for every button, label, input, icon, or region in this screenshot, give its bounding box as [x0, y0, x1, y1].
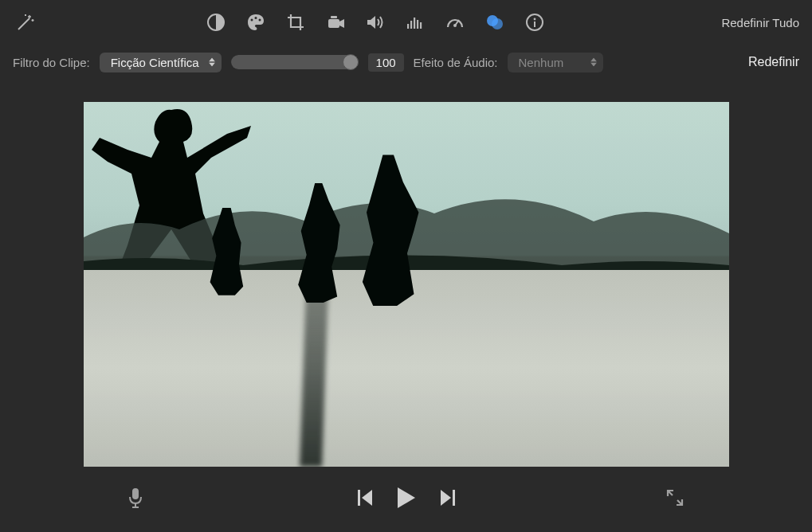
svg-rect-4 [328, 19, 339, 28]
svg-rect-10 [420, 22, 422, 29]
magic-wand-icon [15, 12, 36, 33]
previous-frame-icon [358, 490, 372, 506]
fullscreen-icon [665, 488, 685, 507]
intensity-slider[interactable] [231, 55, 359, 69]
contrast-icon [206, 13, 226, 32]
svg-rect-8 [414, 18, 415, 29]
svg-point-2 [255, 17, 257, 19]
enhance-wand-button[interactable] [13, 10, 38, 35]
svg-point-1 [251, 19, 253, 22]
color-palette-button[interactable] [244, 10, 268, 34]
video-preview[interactable] [84, 102, 729, 467]
chevron-updown-icon [209, 58, 215, 67]
clip-filter-label: Filtro do Clipe: [13, 56, 90, 69]
audio-effect-dropdown[interactable]: Nenhum [508, 53, 603, 72]
intensity-value-field[interactable]: 100 [368, 53, 404, 72]
svg-rect-7 [410, 21, 412, 29]
clip-filter-value: Ficção Científica [111, 56, 199, 69]
next-frame-button[interactable] [441, 490, 455, 509]
audio-effect-label: Efeito de Áudio: [414, 56, 498, 69]
top-toolbar: Redefinir Tudo [0, 0, 812, 45]
playback-bar [0, 476, 812, 522]
play-button[interactable] [398, 487, 415, 511]
volume-icon [365, 13, 386, 32]
voiceover-mic-button[interactable] [127, 487, 143, 511]
clip-filter-button[interactable] [483, 10, 507, 34]
svg-rect-19 [358, 490, 360, 506]
filters-icon [484, 13, 505, 32]
fullscreen-button[interactable] [665, 488, 685, 510]
clip-filter-dropdown[interactable]: Ficção Científica [100, 53, 222, 72]
transport-controls [358, 487, 455, 511]
equalizer-icon [406, 13, 425, 32]
info-icon [525, 13, 544, 32]
camera-icon [325, 13, 346, 32]
volume-button[interactable] [363, 10, 387, 34]
svg-rect-20 [453, 490, 455, 506]
tool-icon-group [204, 10, 547, 34]
palette-icon [245, 12, 266, 33]
next-frame-icon [441, 490, 455, 506]
crop-icon [286, 13, 305, 32]
reset-all-button[interactable]: Redefinir Tudo [721, 16, 799, 29]
reset-button[interactable]: Redefinir [748, 55, 799, 69]
svg-rect-6 [407, 24, 409, 29]
svg-rect-5 [331, 16, 337, 18]
chevron-updown-icon [590, 58, 597, 67]
previous-frame-button[interactable] [358, 490, 372, 509]
info-button[interactable] [523, 10, 547, 34]
svg-rect-9 [417, 20, 418, 29]
filter-controls-row: Filtro do Clipe: Ficção Científica 100 E… [0, 45, 812, 80]
slider-fill [231, 55, 359, 69]
contrast-button[interactable] [204, 10, 228, 34]
svg-rect-16 [534, 22, 535, 27]
skid-mark [300, 289, 328, 467]
viewer-area [0, 80, 812, 467]
svg-point-3 [259, 19, 261, 22]
gauge-icon [445, 13, 465, 32]
play-icon [398, 487, 415, 508]
crop-button[interactable] [284, 10, 308, 34]
equalizer-button[interactable] [403, 10, 427, 34]
slider-knob[interactable] [343, 54, 359, 70]
svg-point-15 [534, 18, 536, 21]
audio-effect-value: Nenhum [519, 56, 564, 69]
svg-point-13 [492, 18, 503, 29]
speed-button[interactable] [443, 10, 467, 34]
stabilize-camera-button[interactable] [324, 10, 347, 34]
svg-rect-18 [132, 488, 139, 499]
microphone-icon [127, 487, 143, 508]
